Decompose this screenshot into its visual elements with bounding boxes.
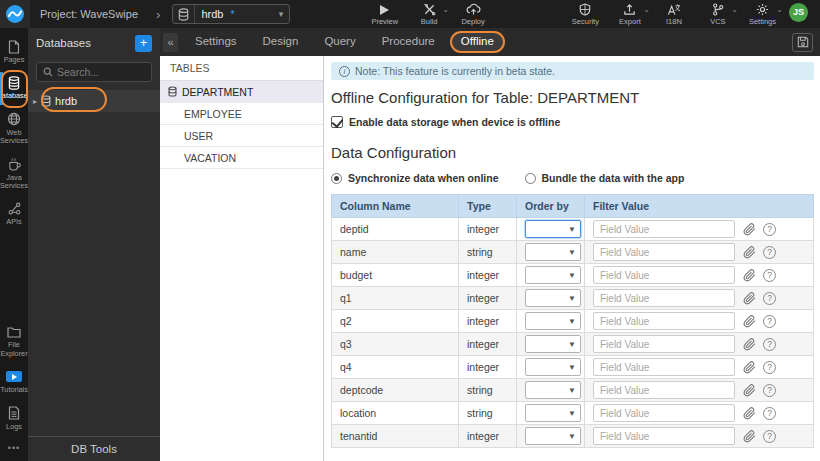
help-icon[interactable]: ? xyxy=(763,361,776,374)
bundle-data-radio[interactable] xyxy=(525,173,536,184)
tab-procedure[interactable]: Procedure xyxy=(369,28,448,56)
table-row: q4 integer ▼ ? xyxy=(332,356,814,379)
search-input[interactable] xyxy=(57,66,147,78)
order-by-select[interactable]: ▼ xyxy=(525,243,581,261)
filter-value-input[interactable] xyxy=(593,266,735,284)
help-icon[interactable]: ? xyxy=(763,246,776,259)
filter-value-input[interactable] xyxy=(593,381,735,399)
order-by-select[interactable]: ▼ xyxy=(525,289,581,307)
chevron-down-icon: ▼ xyxy=(568,363,576,372)
order-by-select[interactable]: ▼ xyxy=(525,381,581,399)
sidebar-item-java-services[interactable]: Java Services xyxy=(0,152,28,197)
database-selector[interactable]: hrdb * ▾ xyxy=(172,4,290,24)
header-order-by: Order by xyxy=(517,195,585,218)
order-by-select[interactable]: ▼ xyxy=(525,220,581,238)
order-by-select[interactable]: ▼ xyxy=(525,266,581,284)
preview-button[interactable]: Preview xyxy=(371,3,398,26)
bind-link-icon[interactable] xyxy=(743,223,756,236)
floppy-save-icon xyxy=(797,36,809,48)
tab-settings[interactable]: Settings xyxy=(182,28,250,56)
filter-value-input[interactable] xyxy=(593,404,735,422)
order-by-select[interactable]: ▼ xyxy=(525,427,581,445)
enable-offline-checkbox[interactable] xyxy=(331,116,343,128)
database-tree-item-hrdb[interactable]: ▸ hrdb xyxy=(28,90,160,112)
filter-value-input[interactable] xyxy=(593,427,735,445)
table-item-department[interactable]: DEPARTMENT xyxy=(160,81,323,103)
wavemaker-logo-icon xyxy=(5,4,25,24)
chevron-down-icon: ▼ xyxy=(568,386,576,395)
table-row: location string ▼ ? xyxy=(332,402,814,425)
help-icon[interactable]: ? xyxy=(763,430,776,443)
table-icon xyxy=(168,86,177,97)
order-by-select[interactable]: ▼ xyxy=(525,335,581,353)
export-button[interactable]: Export ⌄ xyxy=(617,3,643,26)
i18n-button[interactable]: I18N xyxy=(661,3,687,26)
help-icon[interactable]: ? xyxy=(763,407,776,420)
help-icon[interactable]: ? xyxy=(763,269,776,282)
help-icon[interactable]: ? xyxy=(763,338,776,351)
sync-online-option[interactable]: Synchronize data when online xyxy=(331,172,499,184)
app-window: Project: WaveSwipe › hrdb * ▾ Preview xyxy=(0,0,820,461)
tab-offline[interactable]: Offline xyxy=(448,28,507,56)
tab-query[interactable]: Query xyxy=(311,28,368,56)
info-icon: i xyxy=(339,66,350,77)
table-item-vacation[interactable]: VACATION xyxy=(160,147,323,169)
order-by-select[interactable]: ▼ xyxy=(525,312,581,330)
enable-offline-storage-option[interactable]: Enable data storage when device is offli… xyxy=(331,116,814,128)
col-type: integer xyxy=(459,218,517,241)
security-button[interactable]: Security xyxy=(572,3,599,26)
git-branch-icon xyxy=(712,3,724,17)
filter-value-input[interactable] xyxy=(593,335,735,353)
collapse-panel-button[interactable]: « xyxy=(163,33,178,52)
filter-value-input[interactable] xyxy=(593,312,735,330)
bind-link-icon[interactable] xyxy=(743,269,756,282)
db-tools-button[interactable]: DB Tools xyxy=(28,436,160,461)
help-icon[interactable]: ? xyxy=(763,315,776,328)
database-search[interactable] xyxy=(36,62,152,82)
user-avatar[interactable]: JS xyxy=(789,3,808,22)
settings-button[interactable]: Settings ⌄ xyxy=(749,3,776,26)
sidebar-item-databases[interactable]: Databases xyxy=(0,70,28,106)
deploy-cloud-icon xyxy=(466,3,481,17)
help-icon[interactable]: ? xyxy=(763,384,776,397)
table-row: q1 integer ▼ ? xyxy=(332,287,814,310)
wavemaker-logo[interactable] xyxy=(0,0,30,28)
order-by-select[interactable]: ▼ xyxy=(525,404,581,422)
sidebar-item-tutorials[interactable]: Tutorials xyxy=(0,364,28,400)
bind-link-icon[interactable] xyxy=(743,430,756,443)
header-column-name: Column Name xyxy=(332,195,459,218)
bind-link-icon[interactable] xyxy=(743,407,756,420)
more-options-button[interactable]: ••• xyxy=(0,437,28,461)
sidebar-item-pages[interactable]: Pages xyxy=(0,34,28,70)
bind-link-icon[interactable] xyxy=(743,384,756,397)
sidebar-item-logs[interactable]: Logs xyxy=(0,401,28,437)
sidebar-item-web-services[interactable]: Web Services xyxy=(0,107,28,152)
bind-link-icon[interactable] xyxy=(743,292,756,305)
col-name: q4 xyxy=(332,356,459,379)
vcs-button[interactable]: VCS ⌄ xyxy=(705,3,731,26)
bind-link-icon[interactable] xyxy=(743,338,756,351)
order-by-select[interactable]: ▼ xyxy=(525,358,581,376)
help-icon[interactable]: ? xyxy=(763,223,776,236)
add-database-button[interactable]: + xyxy=(135,35,152,52)
expand-arrow-icon[interactable]: ▸ xyxy=(33,97,37,106)
filter-value-input[interactable] xyxy=(593,289,735,307)
build-button[interactable]: Build ⌄ xyxy=(416,3,442,26)
save-button[interactable] xyxy=(792,33,813,52)
sidebar-item-file-explorer[interactable]: File Explorer xyxy=(0,319,28,364)
bind-link-icon[interactable] xyxy=(743,246,756,259)
bind-link-icon[interactable] xyxy=(743,315,756,328)
deploy-button[interactable]: Deploy xyxy=(460,3,486,26)
sync-online-radio[interactable] xyxy=(331,173,342,184)
filter-value-input[interactable] xyxy=(593,358,735,376)
filter-value-input[interactable] xyxy=(593,243,735,261)
bind-link-icon[interactable] xyxy=(743,361,756,374)
sidebar-item-apis[interactable]: APIs xyxy=(0,196,28,232)
help-icon[interactable]: ? xyxy=(763,292,776,305)
filter-value-input[interactable] xyxy=(593,220,735,238)
table-item-employee[interactable]: EMPLOYEE xyxy=(160,103,323,125)
tab-design[interactable]: Design xyxy=(250,28,312,56)
bundle-data-option[interactable]: Bundle the data with the app xyxy=(525,172,685,184)
table-item-user[interactable]: USER xyxy=(160,125,323,147)
chevron-down-icon: ⌄ xyxy=(643,5,650,14)
